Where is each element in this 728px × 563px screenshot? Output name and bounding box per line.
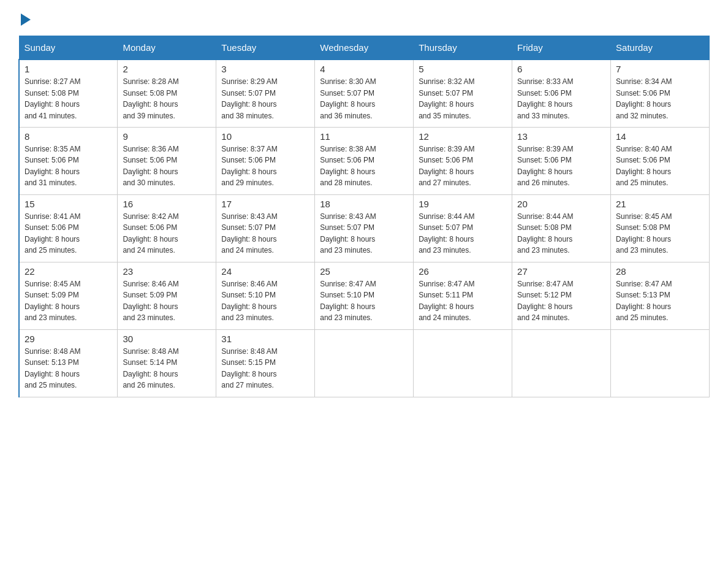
calendar-cell: 31 Sunrise: 8:48 AM Sunset: 5:15 PM Dayl… [216,329,315,397]
calendar-cell: 22 Sunrise: 8:45 AM Sunset: 5:09 PM Dayl… [19,262,118,329]
calendar-week-row: 29 Sunrise: 8:48 AM Sunset: 5:13 PM Dayl… [19,329,710,397]
day-number: 16 [123,199,211,209]
day-number: 1 [25,64,112,74]
calendar-cell: 13 Sunrise: 8:39 AM Sunset: 5:06 PM Dayl… [512,127,611,194]
day-header-saturday: Saturday [611,36,710,60]
day-header-sunday: Sunday [19,36,118,60]
day-info: Sunrise: 8:36 AM Sunset: 5:06 PM Dayligh… [123,144,211,189]
calendar-cell: 16 Sunrise: 8:42 AM Sunset: 5:06 PM Dayl… [118,194,216,262]
calendar-cell: 12 Sunrise: 8:39 AM Sunset: 5:06 PM Dayl… [414,127,512,194]
day-number: 18 [320,199,408,209]
day-number: 20 [517,199,605,209]
calendar-cell: 23 Sunrise: 8:46 AM Sunset: 5:09 PM Dayl… [118,262,216,329]
day-info: Sunrise: 8:44 AM Sunset: 5:08 PM Dayligh… [517,211,605,256]
day-info: Sunrise: 8:45 AM Sunset: 5:08 PM Dayligh… [616,211,704,256]
day-info: Sunrise: 8:48 AM Sunset: 5:14 PM Dayligh… [123,346,211,391]
calendar-cell: 28 Sunrise: 8:47 AM Sunset: 5:13 PM Dayl… [611,262,710,329]
day-number: 11 [320,131,408,142]
day-header-friday: Friday [512,36,611,60]
day-number: 25 [320,266,408,277]
day-number: 19 [419,199,507,209]
day-header-wednesday: Wednesday [315,36,414,60]
day-number: 5 [419,64,507,74]
calendar-cell: 18 Sunrise: 8:43 AM Sunset: 5:07 PM Dayl… [315,194,414,262]
calendar-cell: 26 Sunrise: 8:47 AM Sunset: 5:11 PM Dayl… [414,262,512,329]
day-info: Sunrise: 8:34 AM Sunset: 5:06 PM Dayligh… [616,76,704,121]
day-header-thursday: Thursday [414,36,512,60]
day-info: Sunrise: 8:32 AM Sunset: 5:07 PM Dayligh… [419,76,507,121]
day-info: Sunrise: 8:46 AM Sunset: 5:10 PM Dayligh… [221,278,309,324]
calendar-cell [315,329,414,397]
calendar-cell: 21 Sunrise: 8:45 AM Sunset: 5:08 PM Dayl… [611,194,710,262]
calendar-cell: 9 Sunrise: 8:36 AM Sunset: 5:06 PM Dayli… [118,127,216,194]
day-header-tuesday: Tuesday [216,36,315,60]
logo [18,12,31,23]
calendar-cell: 24 Sunrise: 8:46 AM Sunset: 5:10 PM Dayl… [216,262,315,329]
day-number: 9 [123,131,211,142]
day-number: 22 [25,266,112,277]
calendar-cell: 2 Sunrise: 8:28 AM Sunset: 5:08 PM Dayli… [118,59,216,127]
day-number: 31 [221,334,309,344]
day-info: Sunrise: 8:46 AM Sunset: 5:09 PM Dayligh… [123,278,211,324]
day-number: 12 [419,131,507,142]
day-info: Sunrise: 8:37 AM Sunset: 5:06 PM Dayligh… [221,144,309,189]
day-info: Sunrise: 8:44 AM Sunset: 5:07 PM Dayligh… [419,211,507,256]
day-info: Sunrise: 8:43 AM Sunset: 5:07 PM Dayligh… [320,211,408,256]
day-info: Sunrise: 8:28 AM Sunset: 5:08 PM Dayligh… [123,76,211,121]
calendar-cell: 20 Sunrise: 8:44 AM Sunset: 5:08 PM Dayl… [512,194,611,262]
day-info: Sunrise: 8:47 AM Sunset: 5:11 PM Dayligh… [419,278,507,324]
day-number: 24 [221,266,309,277]
day-number: 14 [616,131,704,142]
day-info: Sunrise: 8:47 AM Sunset: 5:12 PM Dayligh… [517,278,605,324]
day-number: 2 [123,64,211,74]
day-number: 15 [25,199,112,209]
day-number: 28 [616,266,704,277]
day-number: 30 [123,334,211,344]
day-header-monday: Monday [118,36,216,60]
day-info: Sunrise: 8:29 AM Sunset: 5:07 PM Dayligh… [221,76,309,121]
calendar-cell: 4 Sunrise: 8:30 AM Sunset: 5:07 PM Dayli… [315,59,414,127]
calendar-cell [414,329,512,397]
day-number: 26 [419,266,507,277]
calendar-cell: 14 Sunrise: 8:40 AM Sunset: 5:06 PM Dayl… [611,127,710,194]
calendar-cell: 27 Sunrise: 8:47 AM Sunset: 5:12 PM Dayl… [512,262,611,329]
day-info: Sunrise: 8:42 AM Sunset: 5:06 PM Dayligh… [123,211,211,256]
calendar-cell: 17 Sunrise: 8:43 AM Sunset: 5:07 PM Dayl… [216,194,315,262]
calendar-cell [512,329,611,397]
day-info: Sunrise: 8:47 AM Sunset: 5:13 PM Dayligh… [616,278,704,324]
day-info: Sunrise: 8:30 AM Sunset: 5:07 PM Dayligh… [320,76,408,121]
calendar-cell: 30 Sunrise: 8:48 AM Sunset: 5:14 PM Dayl… [118,329,216,397]
calendar-cell: 29 Sunrise: 8:48 AM Sunset: 5:13 PM Dayl… [19,329,118,397]
calendar-week-row: 1 Sunrise: 8:27 AM Sunset: 5:08 PM Dayli… [19,59,710,127]
day-info: Sunrise: 8:40 AM Sunset: 5:06 PM Dayligh… [616,144,704,189]
day-info: Sunrise: 8:35 AM Sunset: 5:06 PM Dayligh… [25,144,112,189]
calendar-week-row: 8 Sunrise: 8:35 AM Sunset: 5:06 PM Dayli… [19,127,710,194]
day-info: Sunrise: 8:39 AM Sunset: 5:06 PM Dayligh… [419,144,507,189]
page-header [18,12,710,23]
calendar-cell: 3 Sunrise: 8:29 AM Sunset: 5:07 PM Dayli… [216,59,315,127]
calendar-cell: 25 Sunrise: 8:47 AM Sunset: 5:10 PM Dayl… [315,262,414,329]
day-info: Sunrise: 8:33 AM Sunset: 5:06 PM Dayligh… [517,76,605,121]
day-number: 17 [221,199,309,209]
day-info: Sunrise: 8:27 AM Sunset: 5:08 PM Dayligh… [25,76,112,121]
day-number: 29 [25,334,112,344]
calendar-week-row: 15 Sunrise: 8:41 AM Sunset: 5:06 PM Dayl… [19,194,710,262]
calendar-cell: 11 Sunrise: 8:38 AM Sunset: 5:06 PM Dayl… [315,127,414,194]
day-info: Sunrise: 8:47 AM Sunset: 5:10 PM Dayligh… [320,278,408,324]
day-number: 7 [616,64,704,74]
day-number: 23 [123,266,211,277]
calendar-cell: 8 Sunrise: 8:35 AM Sunset: 5:06 PM Dayli… [19,127,118,194]
calendar-week-row: 22 Sunrise: 8:45 AM Sunset: 5:09 PM Dayl… [19,262,710,329]
day-info: Sunrise: 8:41 AM Sunset: 5:06 PM Dayligh… [25,211,112,256]
day-number: 13 [517,131,605,142]
calendar-cell: 19 Sunrise: 8:44 AM Sunset: 5:07 PM Dayl… [414,194,512,262]
calendar-header-row: SundayMondayTuesdayWednesdayThursdayFrid… [19,36,710,60]
day-number: 10 [221,131,309,142]
day-number: 3 [221,64,309,74]
day-number: 8 [25,131,112,142]
day-info: Sunrise: 8:48 AM Sunset: 5:15 PM Dayligh… [221,346,309,391]
day-info: Sunrise: 8:39 AM Sunset: 5:06 PM Dayligh… [517,144,605,189]
day-number: 27 [517,266,605,277]
calendar-cell: 5 Sunrise: 8:32 AM Sunset: 5:07 PM Dayli… [414,59,512,127]
day-info: Sunrise: 8:45 AM Sunset: 5:09 PM Dayligh… [25,278,112,324]
